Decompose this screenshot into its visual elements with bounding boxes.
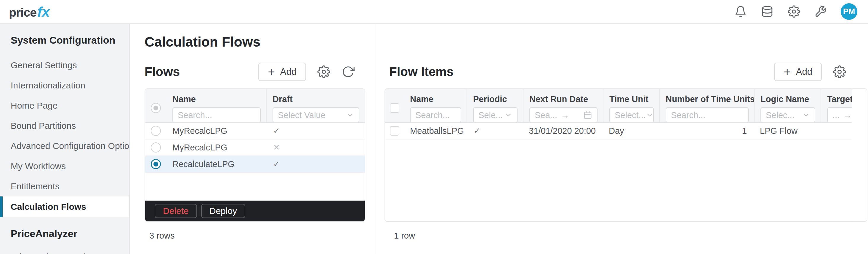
calendar-icon[interactable] [583, 111, 592, 120]
flows-panel: Flows + Add [145, 62, 365, 241]
vertical-scrollbar-gutter[interactable] [852, 89, 867, 221]
chevron-down-icon [346, 111, 354, 119]
user-avatar[interactable]: PM [841, 3, 857, 20]
sidebar: System Configuration General Settings In… [0, 24, 130, 254]
flow-items-table-header: Name Periodic Sele... [385, 89, 867, 123]
delete-button[interactable]: Delete [155, 204, 197, 218]
flows-header-selector-cell [145, 89, 166, 122]
flow-name-cell: MyRecalcLPG [166, 126, 266, 136]
flow-items-header-periodic: Periodic Sele... [467, 89, 523, 122]
notifications-bell-icon[interactable] [734, 5, 747, 18]
flows-table-row[interactable]: MyRecalcLPG ✓ [145, 123, 365, 139]
time-unit-filter-select[interactable]: Select... [609, 107, 654, 122]
admin-wrench-icon[interactable] [814, 5, 827, 18]
range-arrow-icon: → [843, 110, 852, 120]
logo-text-price: price [9, 6, 36, 20]
item-logic-name-cell: LPG Flow [754, 126, 820, 136]
flows-column-name-label[interactable]: Name [173, 94, 260, 104]
main-content: Calculation Flows Flows + Add [130, 24, 868, 254]
chevron-down-icon [802, 111, 810, 119]
chevron-down-icon [646, 111, 653, 119]
flows-table-row-selected[interactable]: RecalculateLPG ✓ [145, 156, 365, 173]
column-time-unit-label[interactable]: Time Unit [609, 94, 653, 104]
number-of-time-units-search-input[interactable] [666, 107, 749, 122]
column-name-label[interactable]: Name [410, 94, 461, 104]
flows-table: Name Draft Select Value [145, 88, 365, 222]
sidebar-section-system-configuration: System Configuration [0, 34, 129, 46]
flows-add-label: Add [280, 66, 297, 77]
sidebar-item-calculation-flows[interactable]: Calculation Flows [0, 196, 129, 217]
flows-table-header: Name Draft Select Value [145, 89, 365, 123]
next-run-date-filter-placeholder: Sea... [535, 110, 557, 120]
page-title: Calculation Flows [145, 34, 868, 49]
flow-items-table: Name Periodic Sele... [384, 88, 867, 222]
logic-name-filter-placeholder: Selec... [766, 110, 795, 120]
periodic-filter-select[interactable]: Sele... [473, 107, 518, 122]
settings-gear-icon[interactable] [787, 5, 801, 18]
sidebar-item-bound-partitions[interactable]: Bound Partitions [0, 116, 129, 136]
row-radio-unchecked[interactable] [151, 126, 161, 136]
deploy-button[interactable]: Deploy [201, 204, 245, 218]
column-next-run-date-label[interactable]: Next Run Date [529, 94, 597, 104]
sidebar-item-general-settings[interactable]: General Settings [0, 55, 129, 75]
flows-table-empty-area [145, 173, 365, 201]
flow-items-title: Flow Items [389, 65, 454, 79]
sidebar-item-entitlements[interactable]: Entitlements [0, 176, 129, 196]
row-checkbox[interactable] [390, 126, 399, 136]
sidebar-item-advanced-configuration-options[interactable]: Advanced Configuration Options [0, 136, 129, 156]
flow-items-add-button[interactable]: + Add [774, 63, 822, 81]
flow-items-panel: Flow Items + Add Name [384, 62, 867, 241]
flows-bulk-action-bar: Delete Deploy [145, 201, 365, 221]
range-arrow-icon: → [561, 110, 569, 120]
column-number-of-time-units-label[interactable]: Number of Time Units [666, 94, 747, 104]
item-periodic-check-mark: ✓ [467, 126, 523, 136]
flows-header-name: Name [166, 89, 266, 122]
flow-name-cell: RecalculateLPG [166, 159, 266, 169]
flows-panel-header: Flows + Add [145, 62, 365, 81]
item-number-of-time-units-cell: 1 [659, 126, 754, 136]
sidebar-item-my-workflows[interactable]: My Workflows [0, 156, 129, 176]
flow-items-panel-header: Flow Items + Add [384, 62, 867, 81]
row-selector-cell [385, 126, 404, 136]
panels-row: Flows + Add [145, 62, 868, 241]
target-date-filter-placeholder: ... [832, 110, 840, 120]
flow-items-settings-gear-icon[interactable] [833, 65, 846, 78]
topbar-actions: PM [734, 3, 857, 20]
flow-draft-check-mark: ✓ [266, 126, 365, 136]
item-time-unit-cell: Day [603, 126, 659, 136]
sidebar-item-internationalization[interactable]: Internationalization [0, 75, 129, 95]
pricefx-logo[interactable]: price fx [9, 4, 50, 20]
flows-header-radio[interactable] [151, 103, 161, 113]
logic-name-filter-select[interactable]: Selec... [761, 107, 815, 122]
next-run-date-filter[interactable]: Sea... → [529, 107, 597, 122]
time-unit-filter-placeholder: Select... [615, 110, 646, 120]
sidebar-item-priceanalyzer-settings[interactable]: PriceAnalyzer Settings [0, 247, 129, 254]
flows-draft-filter-select[interactable]: Select Value [273, 107, 359, 122]
flows-name-search-input[interactable] [173, 107, 261, 122]
row-selector-cell [145, 159, 166, 169]
row-radio-unchecked[interactable] [151, 142, 161, 152]
app-body: System Configuration General Settings In… [0, 24, 868, 254]
flows-settings-gear-icon[interactable] [317, 65, 330, 78]
flow-items-table-row[interactable]: MeatballsLPG ✓ 31/01/2020 20:00 Day 1 LP… [385, 123, 867, 139]
flows-column-draft-label[interactable]: Draft [273, 94, 359, 104]
flow-items-header-name: Name [404, 89, 467, 122]
flow-items-header-checkbox[interactable] [390, 103, 399, 113]
column-logic-name-label[interactable]: Logic Name [761, 94, 815, 104]
flow-items-header-selector-cell [385, 89, 404, 122]
sidebar-item-home-page[interactable]: Home Page [0, 95, 129, 116]
flows-header-draft: Draft Select Value [266, 89, 365, 122]
data-manager-database-icon[interactable] [761, 5, 774, 18]
flows-table-row[interactable]: MyRecalcLPG ✕ [145, 139, 365, 156]
flows-row-count: 3 rows [149, 231, 365, 241]
flow-items-table-empty-area [385, 139, 867, 221]
flow-items-header-logic-name: Logic Name Selec... [754, 89, 820, 122]
plus-icon: + [783, 66, 790, 78]
flows-add-button[interactable]: + Add [258, 63, 306, 81]
flows-title: Flows [145, 65, 180, 79]
row-radio-checked[interactable] [151, 159, 161, 169]
flow-items-name-search-input[interactable] [410, 107, 461, 122]
row-selector-cell [145, 126, 166, 136]
column-periodic-label[interactable]: Periodic [473, 94, 517, 104]
flows-refresh-icon[interactable] [342, 65, 354, 78]
